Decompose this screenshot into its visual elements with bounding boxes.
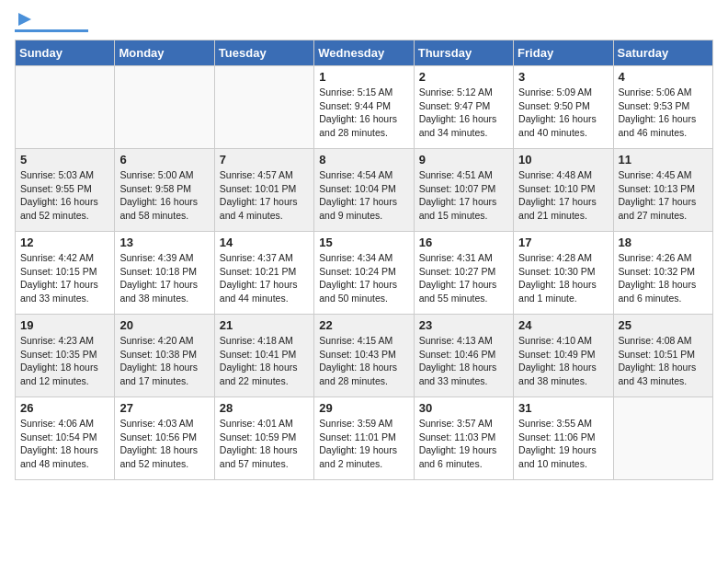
day-cell: 21Sunrise: 4:18 AM Sunset: 10:41 PM Dayl… bbox=[214, 315, 313, 397]
day-cell bbox=[214, 66, 313, 149]
header-friday: Friday bbox=[514, 40, 613, 66]
day-info: Sunrise: 4:45 AM Sunset: 10:13 PM Daylig… bbox=[619, 168, 708, 223]
day-number: 23 bbox=[419, 318, 508, 332]
day-info: Sunrise: 4:20 AM Sunset: 10:38 PM Daylig… bbox=[119, 334, 209, 388]
day-cell: 11Sunrise: 4:45 AM Sunset: 10:13 PM Dayl… bbox=[613, 149, 712, 232]
day-number: 16 bbox=[419, 236, 508, 249]
day-info: Sunrise: 3:55 AM Sunset: 11:06 PM Daylig… bbox=[518, 417, 608, 471]
day-info: Sunrise: 5:00 AM Sunset: 9:58 PM Dayligh… bbox=[119, 168, 209, 223]
header-thursday: Thursday bbox=[414, 40, 513, 66]
day-cell: 31Sunrise: 3:55 AM Sunset: 11:06 PM Dayl… bbox=[514, 397, 613, 480]
day-number: 11 bbox=[619, 153, 708, 167]
day-number: 8 bbox=[319, 153, 408, 167]
day-cell: 15Sunrise: 4:34 AM Sunset: 10:24 PM Dayl… bbox=[314, 232, 414, 315]
day-cell: 17Sunrise: 4:28 AM Sunset: 10:30 PM Dayl… bbox=[514, 232, 613, 315]
day-info: Sunrise: 5:03 AM Sunset: 9:55 PM Dayligh… bbox=[20, 168, 109, 223]
day-info: Sunrise: 4:57 AM Sunset: 10:01 PM Daylig… bbox=[220, 168, 309, 223]
day-info: Sunrise: 4:26 AM Sunset: 10:32 PM Daylig… bbox=[619, 251, 708, 305]
day-cell: 22Sunrise: 4:15 AM Sunset: 10:43 PM Dayl… bbox=[314, 315, 414, 397]
day-cell: 16Sunrise: 4:31 AM Sunset: 10:27 PM Dayl… bbox=[414, 232, 513, 315]
day-number: 10 bbox=[518, 153, 608, 167]
day-info: Sunrise: 4:28 AM Sunset: 10:30 PM Daylig… bbox=[518, 251, 608, 305]
day-info: Sunrise: 4:31 AM Sunset: 10:27 PM Daylig… bbox=[419, 251, 508, 305]
day-cell: 24Sunrise: 4:10 AM Sunset: 10:49 PM Dayl… bbox=[514, 315, 613, 397]
page-header bbox=[15, 15, 713, 32]
day-cell: 9Sunrise: 4:51 AM Sunset: 10:07 PM Dayli… bbox=[414, 149, 513, 232]
day-cell: 27Sunrise: 4:03 AM Sunset: 10:56 PM Dayl… bbox=[115, 397, 214, 480]
day-number: 22 bbox=[319, 318, 408, 332]
day-cell bbox=[115, 66, 214, 149]
header-monday: Monday bbox=[115, 40, 214, 66]
day-cell: 25Sunrise: 4:08 AM Sunset: 10:51 PM Dayl… bbox=[613, 315, 712, 397]
day-info: Sunrise: 4:18 AM Sunset: 10:41 PM Daylig… bbox=[220, 334, 309, 388]
calendar-header-row: SundayMondayTuesdayWednesdayThursdayFrid… bbox=[16, 40, 713, 66]
day-info: Sunrise: 3:59 AM Sunset: 11:01 PM Daylig… bbox=[319, 417, 408, 471]
day-number: 19 bbox=[20, 318, 109, 332]
day-cell: 1Sunrise: 5:15 AM Sunset: 9:44 PM Daylig… bbox=[314, 66, 414, 149]
calendar-table: SundayMondayTuesdayWednesdayThursdayFrid… bbox=[15, 40, 713, 480]
day-info: Sunrise: 4:37 AM Sunset: 10:21 PM Daylig… bbox=[220, 251, 309, 305]
day-cell: 6Sunrise: 5:00 AM Sunset: 9:58 PM Daylig… bbox=[115, 149, 214, 232]
day-info: Sunrise: 4:06 AM Sunset: 10:54 PM Daylig… bbox=[20, 417, 109, 471]
day-cell: 28Sunrise: 4:01 AM Sunset: 10:59 PM Dayl… bbox=[214, 397, 313, 480]
day-info: Sunrise: 4:03 AM Sunset: 10:56 PM Daylig… bbox=[119, 417, 209, 471]
day-cell: 14Sunrise: 4:37 AM Sunset: 10:21 PM Dayl… bbox=[214, 232, 313, 315]
day-cell: 20Sunrise: 4:20 AM Sunset: 10:38 PM Dayl… bbox=[115, 315, 214, 397]
day-cell: 7Sunrise: 4:57 AM Sunset: 10:01 PM Dayli… bbox=[214, 149, 313, 232]
day-info: Sunrise: 4:39 AM Sunset: 10:18 PM Daylig… bbox=[119, 251, 209, 305]
logo-arrow-icon bbox=[17, 11, 33, 28]
header-sunday: Sunday bbox=[16, 40, 115, 66]
day-cell: 30Sunrise: 3:57 AM Sunset: 11:03 PM Dayl… bbox=[414, 397, 513, 480]
day-info: Sunrise: 4:42 AM Sunset: 10:15 PM Daylig… bbox=[20, 251, 109, 305]
day-cell: 5Sunrise: 5:03 AM Sunset: 9:55 PM Daylig… bbox=[16, 149, 115, 232]
day-number: 4 bbox=[619, 70, 708, 84]
day-number: 7 bbox=[220, 153, 309, 167]
day-info: Sunrise: 5:06 AM Sunset: 9:53 PM Dayligh… bbox=[619, 86, 708, 140]
day-number: 21 bbox=[220, 318, 309, 332]
day-cell: 8Sunrise: 4:54 AM Sunset: 10:04 PM Dayli… bbox=[314, 149, 414, 232]
logo bbox=[15, 15, 88, 32]
day-info: Sunrise: 4:08 AM Sunset: 10:51 PM Daylig… bbox=[619, 334, 708, 388]
day-info: Sunrise: 5:12 AM Sunset: 9:47 PM Dayligh… bbox=[419, 86, 508, 140]
day-number: 28 bbox=[220, 401, 309, 415]
day-cell bbox=[613, 397, 712, 480]
day-number: 26 bbox=[20, 401, 109, 415]
day-info: Sunrise: 4:51 AM Sunset: 10:07 PM Daylig… bbox=[419, 168, 508, 223]
day-info: Sunrise: 4:15 AM Sunset: 10:43 PM Daylig… bbox=[319, 334, 408, 388]
week-row-4: 19Sunrise: 4:23 AM Sunset: 10:35 PM Dayl… bbox=[16, 315, 713, 397]
day-number: 29 bbox=[319, 401, 408, 415]
day-number: 15 bbox=[319, 236, 408, 249]
day-cell: 19Sunrise: 4:23 AM Sunset: 10:35 PM Dayl… bbox=[16, 315, 115, 397]
header-saturday: Saturday bbox=[613, 40, 712, 66]
day-info: Sunrise: 4:54 AM Sunset: 10:04 PM Daylig… bbox=[319, 168, 408, 223]
day-info: Sunrise: 5:15 AM Sunset: 9:44 PM Dayligh… bbox=[319, 86, 408, 140]
week-row-2: 5Sunrise: 5:03 AM Sunset: 9:55 PM Daylig… bbox=[16, 149, 713, 232]
week-row-5: 26Sunrise: 4:06 AM Sunset: 10:54 PM Dayl… bbox=[16, 397, 713, 480]
day-cell: 23Sunrise: 4:13 AM Sunset: 10:46 PM Dayl… bbox=[414, 315, 513, 397]
day-cell: 3Sunrise: 5:09 AM Sunset: 9:50 PM Daylig… bbox=[514, 66, 613, 149]
day-cell: 29Sunrise: 3:59 AM Sunset: 11:01 PM Dayl… bbox=[314, 397, 414, 480]
day-info: Sunrise: 4:10 AM Sunset: 10:49 PM Daylig… bbox=[518, 334, 608, 388]
day-cell: 2Sunrise: 5:12 AM Sunset: 9:47 PM Daylig… bbox=[414, 66, 513, 149]
day-number: 2 bbox=[419, 70, 508, 84]
day-number: 30 bbox=[419, 401, 508, 415]
day-info: Sunrise: 4:01 AM Sunset: 10:59 PM Daylig… bbox=[220, 417, 309, 471]
day-number: 25 bbox=[619, 318, 708, 332]
day-number: 31 bbox=[518, 401, 608, 415]
day-number: 9 bbox=[419, 153, 508, 167]
day-info: Sunrise: 4:23 AM Sunset: 10:35 PM Daylig… bbox=[20, 334, 109, 388]
day-number: 3 bbox=[518, 70, 608, 84]
svg-marker-0 bbox=[18, 13, 31, 26]
day-info: Sunrise: 5:09 AM Sunset: 9:50 PM Dayligh… bbox=[518, 86, 608, 140]
day-number: 20 bbox=[119, 318, 209, 332]
day-info: Sunrise: 3:57 AM Sunset: 11:03 PM Daylig… bbox=[419, 417, 508, 471]
day-info: Sunrise: 4:34 AM Sunset: 10:24 PM Daylig… bbox=[319, 251, 408, 305]
header-wednesday: Wednesday bbox=[314, 40, 414, 66]
day-number: 14 bbox=[220, 236, 309, 249]
day-cell: 18Sunrise: 4:26 AM Sunset: 10:32 PM Dayl… bbox=[613, 232, 712, 315]
week-row-3: 12Sunrise: 4:42 AM Sunset: 10:15 PM Dayl… bbox=[16, 232, 713, 315]
day-cell: 13Sunrise: 4:39 AM Sunset: 10:18 PM Dayl… bbox=[115, 232, 214, 315]
day-number: 13 bbox=[119, 236, 209, 249]
day-number: 17 bbox=[518, 236, 608, 249]
day-number: 24 bbox=[518, 318, 608, 332]
